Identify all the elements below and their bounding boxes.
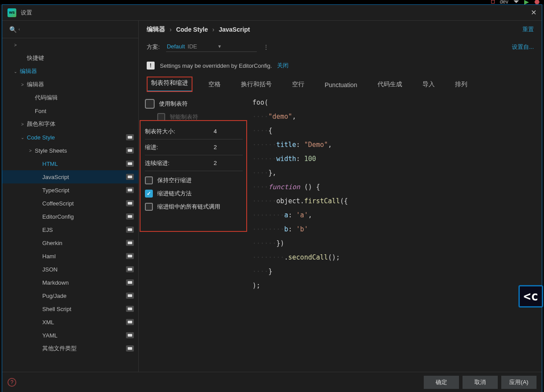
smart-tabs-label: 智能制表符 <box>170 113 198 121</box>
sidebar-item[interactable]: EditorConfig <box>2 210 138 223</box>
project-badge-icon <box>126 200 134 206</box>
sidebar-item[interactable]: > <box>2 38 138 51</box>
chevron-icon: > <box>20 82 25 87</box>
sidebar-item[interactable]: 快捷键 <box>2 51 138 65</box>
ok-button[interactable]: 确定 <box>424 376 459 389</box>
code-line: ········b: 'b' <box>252 222 538 236</box>
sidebar-item-label: 快捷键 <box>27 54 44 62</box>
crumb-codestyle[interactable]: Code Style <box>176 26 208 33</box>
sidebar-item[interactable]: Haml <box>2 249 138 263</box>
sidebar-item-label: JavaScript <box>42 174 69 180</box>
sidebar-item[interactable]: JSON <box>2 263 138 276</box>
app-logo-icon: WS <box>7 8 16 17</box>
sidebar-item[interactable]: XML <box>2 315 138 329</box>
sidebar-item-label: CoffeeScript <box>42 200 74 207</box>
tab-wrapping[interactable]: 换行和括号 <box>237 78 276 92</box>
search-icon: 🔍 <box>9 26 17 33</box>
sidebar-item-label: Code Style <box>27 134 55 141</box>
titlebar: WS 设置 ✕ <box>2 5 542 21</box>
sidebar-item[interactable]: 代码编辑 <box>2 91 138 104</box>
tab-arrangement[interactable]: 排列 <box>451 78 472 92</box>
chevron-icon: ⌄ <box>20 135 25 140</box>
chain-indent-checkbox[interactable] <box>145 190 153 198</box>
sidebar-item[interactable]: >Style Sheets <box>2 144 138 157</box>
sidebar-item-label: Gherkin <box>42 240 63 246</box>
sidebar-item-label: 编辑器 <box>20 67 37 75</box>
project-badge-icon <box>126 134 134 140</box>
sidebar-item[interactable]: CoffeeScript <box>2 197 138 210</box>
code-line: ····}, <box>252 166 538 180</box>
sidebar-item[interactable]: TypeScript <box>2 183 138 197</box>
tab-punctuation[interactable]: Punctuation <box>320 79 362 92</box>
notice-close-link[interactable]: 关闭 <box>277 62 289 70</box>
smart-tabs-checkbox[interactable] <box>157 113 165 121</box>
tab-blank-lines[interactable]: 空行 <box>288 78 309 92</box>
sidebar-item[interactable]: Pug/Jade <box>2 289 138 302</box>
sidebar-item[interactable]: 其他文件类型 <box>2 342 138 355</box>
sidebar-item[interactable]: YAML <box>2 329 138 342</box>
scheme-dropdown[interactable]: Default IDE ▼ <box>166 42 257 52</box>
code-line: ····{ <box>252 124 538 138</box>
reset-link[interactable]: 重置 <box>522 26 534 33</box>
code-line: ····function () { <box>252 180 538 194</box>
sidebar-item-label: YAML <box>42 332 57 339</box>
project-badge-icon <box>126 345 134 352</box>
sidebar-item[interactable]: >编辑器 <box>2 78 138 91</box>
tab-spaces[interactable]: 空格 <box>204 78 225 92</box>
code-line: ······width: 100 <box>252 152 538 166</box>
apply-button[interactable]: 应用(A) <box>501 376 537 389</box>
set-from-link[interactable]: 设置自... <box>512 43 534 51</box>
sidebar-item-label: XML <box>42 319 54 326</box>
indent-input[interactable]: 2 <box>212 144 243 150</box>
cont-indent-label: 连续缩进: <box>145 159 170 167</box>
sidebar-item[interactable]: Shell Script <box>2 302 138 315</box>
help-icon[interactable]: ? <box>7 378 16 387</box>
sidebar-item[interactable]: JavaScript <box>2 170 138 183</box>
code-line: ········.secondCall(); <box>252 250 538 264</box>
tab-imports[interactable]: 导入 <box>418 78 439 92</box>
project-badge-icon <box>126 306 134 312</box>
use-tab-checkbox[interactable] <box>145 99 155 109</box>
sidebar-item[interactable]: Markdown <box>2 276 138 289</box>
tab-size-input[interactable]: 4 <box>212 128 243 135</box>
project-badge-icon <box>126 293 134 299</box>
code-line: ); <box>252 278 538 293</box>
sidebar-item-label: JSON <box>42 266 58 273</box>
tab-tabs-indents[interactable]: 制表符和缩进 <box>147 77 192 92</box>
crumb-editor[interactable]: 编辑器 <box>147 26 165 33</box>
chevron-icon: > <box>20 122 25 127</box>
sidebar-item[interactable]: >颜色和字体 <box>2 117 138 131</box>
gear-icon[interactable]: ⋮ <box>263 44 269 51</box>
chain-group-checkbox[interactable] <box>145 203 153 211</box>
tab-size-label: 制表符大小: <box>145 128 175 136</box>
sidebar-item-label: Markdown <box>42 279 69 286</box>
sidebar-item[interactable]: HTML <box>2 157 138 170</box>
search-field[interactable]: 🔍 ‹ <box>2 21 138 38</box>
sidebar-item[interactable]: ⌄Code Style <box>2 131 138 144</box>
project-badge-icon <box>126 332 134 338</box>
code-line: ······}) <box>252 236 538 250</box>
close-icon[interactable]: ✕ <box>531 8 537 17</box>
cancel-button[interactable]: 取消 <box>463 376 498 389</box>
sidebar-item-label: EditorConfig <box>42 213 74 220</box>
scheme-label: 方案: <box>147 43 160 51</box>
project-badge-icon <box>126 174 134 180</box>
code-line: ····"demo", <box>252 110 538 124</box>
window-title: 设置 <box>21 9 32 17</box>
sidebar-item[interactable]: Gherkin <box>2 236 138 249</box>
project-badge-icon <box>126 253 134 259</box>
warning-icon: ! <box>147 62 155 70</box>
tab-code-generation[interactable]: 代码生成 <box>373 78 407 92</box>
main-panel: 编辑器 › Code Style › JavaScript 重置 方案: Def… <box>139 21 542 372</box>
keep-blank-checkbox[interactable] <box>145 176 153 184</box>
chevron-icon: > <box>13 43 18 48</box>
sidebar-item[interactable]: ⌄编辑器 <box>2 65 138 78</box>
settings-tree: >快捷键⌄编辑器>编辑器代码编辑Font>颜色和字体⌄Code Style>St… <box>2 38 138 372</box>
project-badge-icon <box>126 319 134 325</box>
sidebar-item-label: Haml <box>42 253 56 260</box>
sidebar-item[interactable]: Font <box>2 104 138 117</box>
chevron-down-icon[interactable] <box>514 0 519 3</box>
cont-indent-input[interactable]: 2 <box>212 160 243 166</box>
sidebar-item-label: Pug/Jade <box>42 293 67 299</box>
sidebar-item[interactable]: EJS <box>2 223 138 236</box>
